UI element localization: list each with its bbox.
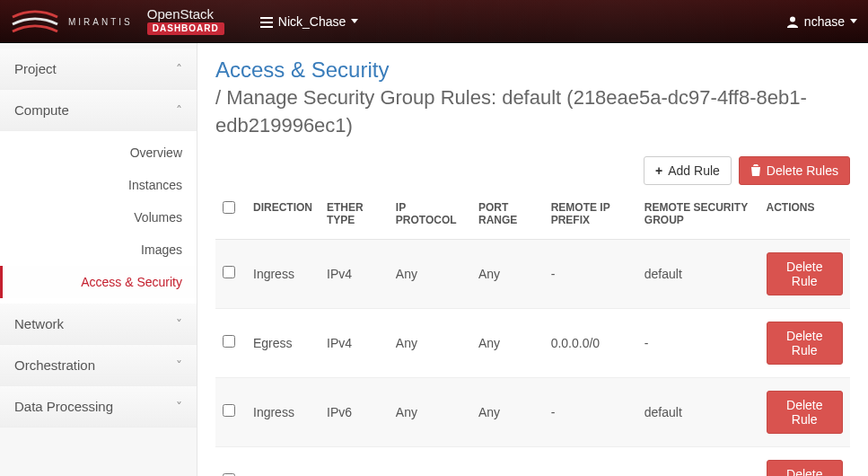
caret-down-icon (351, 19, 358, 23)
cell-ip-protocol: Any (389, 239, 471, 308)
sidebar-group-label: Compute (14, 102, 69, 118)
sidebar-group-label: Orchestration (14, 357, 95, 373)
col-remote-security-group: REMOTE SECURITY GROUP (637, 192, 759, 240)
page-actions: + Add Rule Delete Rules (215, 156, 850, 185)
col-port-range: PORT RANGE (471, 192, 544, 240)
cell-port-range: Any (471, 377, 544, 446)
table-row: IngressIPv6AnyAny-defaultDelete Rule (215, 377, 850, 446)
rules-table: DIRECTION ETHER TYPE IP PROTOCOL PORT RA… (215, 192, 850, 476)
delete-rule-button[interactable]: Delete Rule (767, 460, 844, 476)
cell-ip-protocol: Any (389, 377, 471, 446)
cell-port-range: Any (471, 308, 544, 377)
sidebar-group-label: Network (14, 316, 64, 331)
col-remote-ip-prefix: REMOTE IP PREFIX (544, 192, 637, 240)
button-label: Add Rule (668, 163, 720, 178)
brand-mirantis: MIRANTIS (68, 18, 133, 27)
brand-openstack: OpenStack (147, 7, 224, 21)
sidebar: Project ˄ Compute ˄ Overview Instances V… (0, 43, 197, 476)
sidebar-group-project[interactable]: Project ˄ (0, 48, 197, 90)
cell-ip-protocol: Any (389, 308, 471, 377)
cell-ether-type: IPv6 (320, 377, 389, 446)
sidebar-sublist-compute: Overview Instances Volumes Images Access… (0, 131, 197, 304)
cell-remote-security-group: - (637, 446, 759, 476)
sidebar-group-network[interactable]: Network ˅ (0, 304, 197, 345)
chevron-down-icon: ˅ (176, 358, 182, 373)
delete-rule-button[interactable]: Delete Rule (767, 252, 844, 295)
breadcrumb: Access & Security / Manage Security Grou… (215, 57, 850, 140)
trash-icon (750, 164, 761, 176)
cell-port-range: Any (471, 239, 544, 308)
user-icon (786, 15, 799, 28)
svg-rect-1 (260, 22, 273, 23)
page-title: / Manage Security Group Rules: default (… (215, 84, 850, 140)
user-menu[interactable]: nchase (786, 14, 857, 29)
project-switcher[interactable]: Nick_Chase (260, 14, 358, 29)
cell-remote-ip-prefix: 0.0.0.0/0 (544, 308, 637, 377)
cell-port-range: Any (471, 446, 544, 476)
project-name: Nick_Chase (278, 14, 346, 29)
brand-dashboard: DASHBOARD (147, 22, 224, 35)
cell-remote-ip-prefix: - (544, 239, 637, 308)
delete-rule-button[interactable]: Delete Rule (767, 322, 844, 365)
caret-down-icon (850, 19, 857, 23)
table-row: EgressIPv6AnyAny::/0-Delete Rule (215, 446, 850, 476)
add-rule-button[interactable]: + Add Rule (644, 156, 732, 185)
sidebar-group-orchestration[interactable]: Orchestration ˅ (0, 345, 197, 386)
sidebar-item-instances[interactable]: Instances (0, 169, 197, 201)
breadcrumb-root-link[interactable]: Access & Security (215, 57, 850, 83)
cell-direction: Egress (246, 446, 320, 476)
top-bar: MIRANTIS OpenStack DASHBOARD Nick_Chase … (0, 0, 868, 43)
table-row: IngressIPv4AnyAny-defaultDelete Rule (215, 239, 850, 308)
plus-icon: + (655, 163, 662, 178)
svg-rect-2 (260, 26, 273, 28)
chevron-up-icon: ˄ (176, 103, 182, 118)
sidebar-group-data-processing[interactable]: Data Processing ˅ (0, 386, 197, 428)
list-icon (260, 16, 273, 27)
col-direction: DIRECTION (246, 192, 320, 240)
sidebar-item-volumes[interactable]: Volumes (0, 201, 197, 234)
username: nchase (804, 14, 845, 29)
row-checkbox[interactable] (223, 335, 235, 348)
cell-remote-ip-prefix: ::/0 (544, 446, 637, 476)
chevron-up-icon: ˄ (176, 62, 182, 76)
cell-direction: Ingress (246, 239, 320, 308)
cell-remote-ip-prefix: - (544, 377, 637, 446)
cell-direction: Ingress (246, 377, 320, 446)
button-label: Delete Rules (767, 163, 838, 178)
mirantis-logo-icon (11, 8, 59, 35)
main-content: Access & Security / Manage Security Grou… (197, 43, 868, 476)
delete-rule-button[interactable]: Delete Rule (767, 391, 844, 434)
svg-point-3 (790, 16, 795, 22)
cell-ether-type: IPv4 (320, 308, 389, 377)
sidebar-item-images[interactable]: Images (0, 234, 197, 266)
sidebar-group-label: Data Processing (14, 399, 113, 414)
chevron-down-icon: ˅ (176, 400, 182, 414)
col-ether-type: ETHER TYPE (320, 192, 389, 240)
col-ip-protocol: IP PROTOCOL (389, 192, 471, 240)
sidebar-group-compute[interactable]: Compute ˄ (0, 90, 197, 131)
chevron-down-icon: ˅ (176, 317, 182, 331)
cell-ether-type: IPv4 (320, 239, 389, 308)
svg-rect-0 (260, 17, 273, 19)
cell-remote-security-group: default (637, 377, 759, 446)
cell-remote-security-group: default (637, 239, 759, 308)
col-actions: ACTIONS (759, 192, 851, 240)
cell-remote-security-group: - (637, 308, 759, 377)
row-checkbox[interactable] (223, 266, 235, 278)
cell-direction: Egress (246, 308, 320, 377)
sidebar-item-access-security[interactable]: Access & Security (0, 266, 197, 298)
sidebar-item-overview[interactable]: Overview (0, 137, 197, 169)
table-row: EgressIPv4AnyAny0.0.0.0/0-Delete Rule (215, 308, 850, 377)
select-all-checkbox[interactable] (223, 201, 235, 214)
cell-ip-protocol: Any (389, 446, 471, 476)
delete-rules-button[interactable]: Delete Rules (739, 156, 850, 185)
cell-ether-type: IPv6 (320, 446, 389, 476)
row-checkbox[interactable] (223, 404, 235, 417)
sidebar-group-label: Project (14, 61, 57, 76)
brand-block: MIRANTIS OpenStack DASHBOARD (11, 7, 224, 35)
